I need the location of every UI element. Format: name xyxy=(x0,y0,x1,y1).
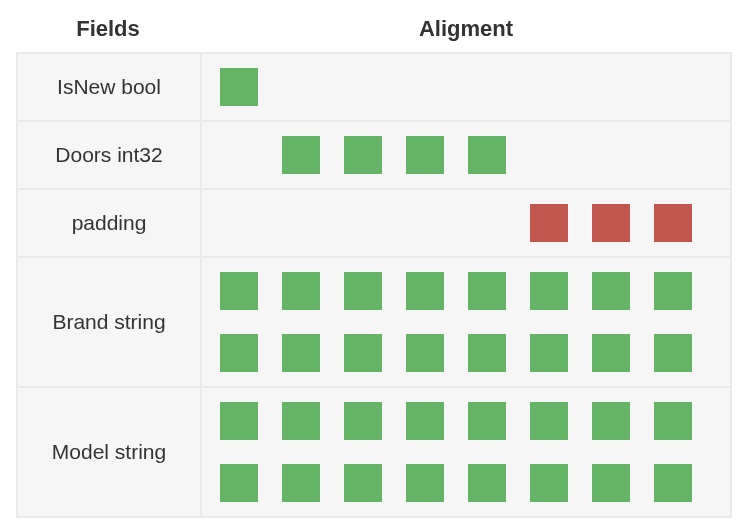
table-row: Brand string xyxy=(17,257,731,387)
byte-used xyxy=(282,334,320,372)
byte-used xyxy=(406,272,444,310)
byte-used xyxy=(282,136,320,174)
byte-used xyxy=(654,334,692,372)
byte-grid-row-1 xyxy=(220,136,712,174)
byte-used xyxy=(654,402,692,440)
byte-grid-row-3 xyxy=(220,272,712,372)
byte-empty xyxy=(406,204,444,242)
alignment-cell xyxy=(201,189,731,257)
field-label: Model string xyxy=(17,387,201,517)
byte-empty xyxy=(654,68,692,106)
byte-used xyxy=(654,464,692,502)
header-alignment: Aligment xyxy=(200,16,732,42)
alignment-cell xyxy=(201,387,731,517)
byte-padding xyxy=(654,204,692,242)
byte-padding xyxy=(530,204,568,242)
field-label: padding xyxy=(17,189,201,257)
byte-used xyxy=(592,272,630,310)
byte-empty xyxy=(344,68,382,106)
byte-used xyxy=(406,402,444,440)
byte-empty xyxy=(468,68,506,106)
byte-used xyxy=(344,136,382,174)
byte-used xyxy=(530,272,568,310)
alignment-cell xyxy=(201,257,731,387)
byte-used xyxy=(406,334,444,372)
byte-used xyxy=(220,68,258,106)
byte-used xyxy=(406,464,444,502)
byte-used xyxy=(344,334,382,372)
field-label: Doors int32 xyxy=(17,121,201,189)
byte-used xyxy=(530,464,568,502)
byte-empty xyxy=(530,136,568,174)
byte-empty xyxy=(592,68,630,106)
byte-empty xyxy=(592,136,630,174)
byte-used xyxy=(220,334,258,372)
field-label: IsNew bool xyxy=(17,53,201,121)
byte-used xyxy=(220,464,258,502)
byte-used xyxy=(468,136,506,174)
byte-used xyxy=(282,402,320,440)
byte-used xyxy=(592,334,630,372)
alignment-table: IsNew bool Doors int32 padding Brand str… xyxy=(16,52,732,518)
alignment-cell xyxy=(201,121,731,189)
byte-empty xyxy=(654,136,692,174)
byte-grid-row-0 xyxy=(220,68,712,106)
table-row: IsNew bool xyxy=(17,53,731,121)
byte-used xyxy=(468,464,506,502)
byte-used xyxy=(406,136,444,174)
byte-used xyxy=(344,464,382,502)
byte-used xyxy=(530,402,568,440)
byte-empty xyxy=(468,204,506,242)
byte-used xyxy=(220,402,258,440)
byte-empty xyxy=(220,204,258,242)
byte-empty xyxy=(530,68,568,106)
byte-used xyxy=(530,334,568,372)
byte-padding xyxy=(592,204,630,242)
header-fields: Fields xyxy=(16,16,200,42)
header-row: Fields Aligment xyxy=(16,16,732,42)
byte-used xyxy=(592,464,630,502)
byte-empty xyxy=(220,136,258,174)
byte-empty xyxy=(344,204,382,242)
table-row: padding xyxy=(17,189,731,257)
byte-used xyxy=(592,402,630,440)
table-row: Doors int32 xyxy=(17,121,731,189)
byte-used xyxy=(468,334,506,372)
byte-grid-row-4 xyxy=(220,402,712,502)
table-row: Model string xyxy=(17,387,731,517)
byte-used xyxy=(282,272,320,310)
byte-grid-row-2 xyxy=(220,204,712,242)
byte-used xyxy=(468,402,506,440)
byte-used xyxy=(282,464,320,502)
byte-empty xyxy=(282,68,320,106)
field-label: Brand string xyxy=(17,257,201,387)
byte-used xyxy=(468,272,506,310)
byte-used xyxy=(220,272,258,310)
memory-alignment-diagram: Fields Aligment IsNew bool Doors int32 p… xyxy=(16,16,732,518)
byte-empty xyxy=(406,68,444,106)
byte-used xyxy=(344,272,382,310)
alignment-cell xyxy=(201,53,731,121)
byte-used xyxy=(654,272,692,310)
byte-used xyxy=(344,402,382,440)
byte-empty xyxy=(282,204,320,242)
